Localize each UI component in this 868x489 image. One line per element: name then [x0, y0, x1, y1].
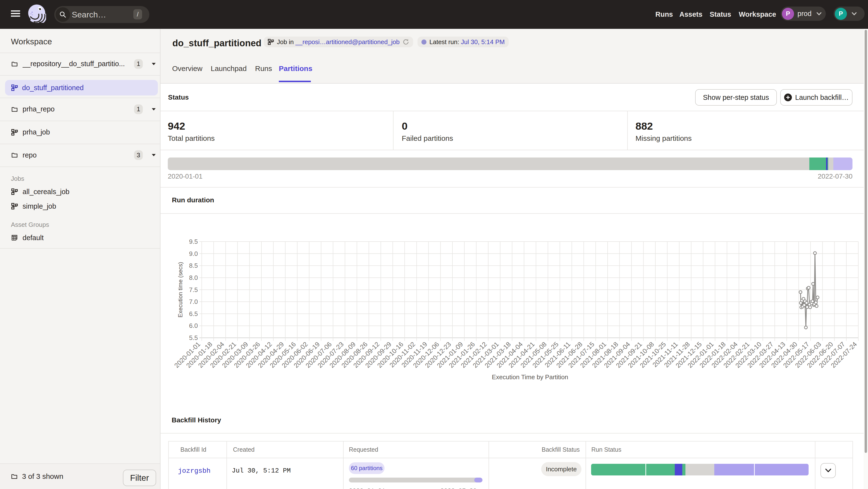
- svg-text:8.0: 8.0: [189, 274, 198, 281]
- svg-text:7.5: 7.5: [189, 286, 198, 293]
- svg-text:Execution time (secs): Execution time (secs): [177, 262, 184, 318]
- svg-text:8.5: 8.5: [189, 262, 198, 269]
- svg-text:6.0: 6.0: [189, 322, 198, 329]
- svg-text:Execution Time by Partition: Execution Time by Partition: [492, 373, 568, 381]
- svg-text:9.0: 9.0: [189, 250, 198, 257]
- svg-text:6.5: 6.5: [189, 310, 198, 318]
- svg-text:7.0: 7.0: [189, 298, 198, 305]
- svg-text:9.5: 9.5: [189, 238, 198, 245]
